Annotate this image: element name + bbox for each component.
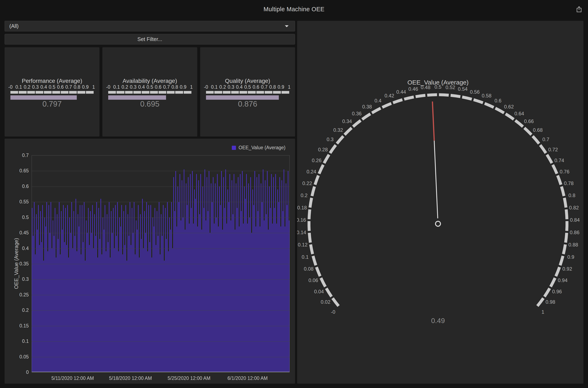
bar [159,202,159,372]
left-column: (All) Set Filter... Performance (Average… [5,21,295,137]
gauge-arc-segment [353,121,361,127]
bar [53,220,53,372]
gauge-tick-label: 0.6 [494,98,501,103]
gauge-tick-label: 0.08 [304,266,314,272]
bar [181,220,181,372]
bar [114,248,115,372]
bar [97,258,98,372]
bar [42,205,43,372]
gauge-arc-segment [315,175,318,185]
gauge-arc-segment [372,108,381,113]
gauge-tick-label: 0.66 [524,119,534,124]
bar [36,214,37,372]
gauge-tick-label: 0.78 [564,180,574,186]
bar [264,220,264,372]
bar [109,202,109,372]
bar [213,177,213,372]
bar [70,233,71,372]
bar [196,174,197,372]
set-filter-button[interactable]: Set Filter... [5,34,295,45]
bar [58,239,58,372]
bar [236,183,236,372]
kpi-value-bar [108,95,166,100]
bar [32,208,32,372]
bar [38,205,39,372]
gauge-needle [434,141,438,218]
y-tick-label: 0.6 [22,183,29,189]
bar [269,186,270,372]
bar [81,254,81,372]
bar [208,211,208,372]
bar [248,183,249,372]
gauge-tick-label: 0.34 [342,119,352,124]
bar [90,211,91,372]
gauge-tick-label: 0.9 [567,254,574,260]
kpi-scale-track [206,91,289,94]
bar [166,239,167,372]
bar [126,261,127,372]
bar [148,205,149,372]
app-header: Multiple Machine OEE [0,0,588,18]
bar [282,180,282,372]
bar [259,174,259,372]
bar [262,202,262,372]
bar [199,214,200,372]
gauge-arc-segment [556,267,560,276]
bar [217,174,218,372]
gauge-arc-segment [485,103,494,107]
bar [74,236,75,372]
kpi-scale-label: 0.8 [74,84,80,90]
page-title: Multiple Machine OEE [264,6,325,13]
kpi-scale-label: 1 [190,84,193,90]
bar [289,220,289,372]
gauge-tick-label: 0.06 [308,277,318,283]
gauge-tick-label: 0.46 [408,86,418,92]
share-icon[interactable] [575,5,583,13]
gauge-tick-label: 0.68 [533,127,543,133]
gauge-tick-label: 0.26 [312,158,322,163]
bar [112,233,113,372]
kpi-card-performance: Performance (Average) -00.10.20.30.40.50… [5,47,99,137]
gauge-tick-label: 0.98 [545,299,555,305]
kpi-scale-label: 0.2 [219,84,226,90]
gauge-tick-label: 0.04 [314,289,324,294]
gauge-arc-segment [330,145,336,153]
y-tick-label: 0.25 [19,292,29,297]
machine-filter-dropdown[interactable]: (All) [5,21,295,31]
bar [193,223,194,372]
gridline [32,357,289,357]
bar [40,211,41,372]
gauge-tick-label: 0.3 [327,137,333,142]
bar [134,202,134,372]
gauge-arc-segment [404,97,414,99]
bar [246,174,247,372]
bar [143,248,144,372]
gauge-arc-segment [558,175,561,185]
gauge-arc-segment [547,155,552,163]
bar [133,233,133,372]
bar [67,205,68,372]
bar [105,205,105,372]
legend-label: OEE_Value (Average) [239,145,285,150]
chevron-down-icon [285,25,289,27]
x-tick-label: 5/18/2020 12:00 AM [109,376,152,381]
bar [210,233,210,372]
kpi-value: 0.797 [5,100,99,108]
kpi-scale-label: 0.9 [278,84,284,90]
bar [47,251,48,372]
bar [59,202,60,372]
bar [186,183,187,372]
gauge-tick-label: 0.64 [514,111,524,116]
bar [250,177,251,372]
bar [244,186,245,372]
bar [138,205,139,372]
kpi-scale-track [108,91,191,94]
bar [175,171,176,372]
bar [101,254,102,372]
bar [171,202,172,372]
gauge: -00.020.040.060.080.10.120.140.160.180.2… [297,21,583,384]
gauge-arc-segment [562,187,564,196]
bar [261,183,261,372]
gauge-tick-label: 0.38 [362,104,372,109]
bar [233,214,233,372]
